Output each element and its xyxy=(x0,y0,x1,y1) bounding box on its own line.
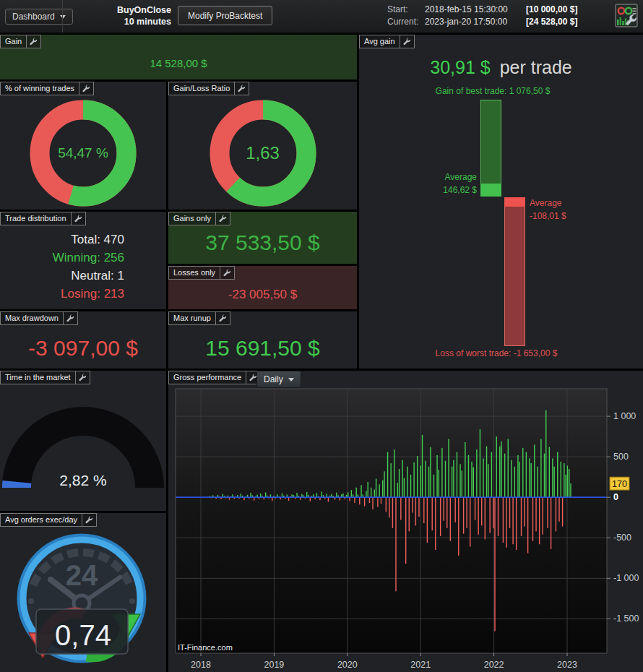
avg-orders-panel: Avg orders exec/day 24 0,74 xyxy=(0,513,166,672)
time-in-market-value: 2,82 % xyxy=(0,472,166,489)
losses-only-value: -23 005,50 $ xyxy=(168,288,357,302)
svg-text:2022: 2022 xyxy=(484,660,504,670)
wrench-icon[interactable] xyxy=(75,371,90,384)
avg-gain-suffix: per trade xyxy=(500,57,572,77)
wrench-icon[interactable] xyxy=(63,312,77,324)
backtest-report-icon[interactable] xyxy=(615,4,639,28)
panel-title: % of winning trades xyxy=(1,82,79,95)
avg-gain-value: 30,91 $ xyxy=(430,57,490,77)
current-label: Current: xyxy=(387,16,425,28)
winning-trades-donut: 54,47 % xyxy=(29,99,137,207)
gain-panel: Gain 14 528,00 $ xyxy=(0,35,357,79)
gauge-dial-label: 24 xyxy=(66,559,98,591)
gain-loss-ratio-value: 1,63 xyxy=(209,99,317,207)
avg-gain-best-bar xyxy=(480,100,501,197)
trade-distribution-row: Neutral: 1 xyxy=(0,267,166,285)
worst-trade-label: Loss of worst trade: -1 653,00 $ xyxy=(359,348,634,358)
wrench-icon[interactable] xyxy=(71,212,85,225)
best-trade-label: Gain of best trade: 1 076,50 $ xyxy=(359,86,626,96)
svg-text:0: 0 xyxy=(613,492,618,502)
trade-distribution-panel: Trade distribution Total: 470Winning: 25… xyxy=(0,212,166,309)
panel-title: Max runup xyxy=(169,312,215,324)
svg-text:170: 170 xyxy=(612,479,627,489)
panel-title: Avg orders exec/day xyxy=(1,514,82,526)
svg-text:IT-Finance.com: IT-Finance.com xyxy=(178,643,233,652)
time-in-market-gauge xyxy=(0,371,166,511)
max-drawdown-value: -3 097,00 $ xyxy=(0,336,166,361)
avg-gain-loss-segment xyxy=(504,197,525,207)
period-label: Daily xyxy=(264,374,283,384)
avg-gain-average-segment xyxy=(480,184,501,197)
svg-text:-500: -500 xyxy=(613,533,631,543)
winning-trades-value: 54,47 % xyxy=(29,99,137,207)
chevron-down-icon xyxy=(288,378,294,382)
gross-performance-panel: Gross performance Daily 1 0005000-500-1 … xyxy=(168,371,643,672)
panel-title: Avg gain xyxy=(360,35,400,48)
wrench-icon[interactable] xyxy=(234,82,249,95)
gain-value: 14 528,00 $ xyxy=(0,57,357,69)
svg-text:2023: 2023 xyxy=(557,660,577,670)
panel-title: Max drawdown xyxy=(1,312,63,324)
header: Dashboard BuyOnClose 10 minutes Modify P… xyxy=(0,0,643,34)
instrument-info: BuyOnClose 10 minutes xyxy=(69,4,171,27)
avg-gain-worst-bar xyxy=(504,197,525,346)
avg-gain-headline: 30,91 $ per trade xyxy=(359,57,643,78)
panel-title: Gains only xyxy=(169,212,215,225)
wrench-icon[interactable] xyxy=(400,35,414,48)
avg-gain-panel: Avg gain 30,91 $ per trade Gain of best … xyxy=(359,35,643,369)
avg-win-value: 146,62 $ xyxy=(443,185,477,195)
trade-distribution-row: Losing: 213 xyxy=(0,285,166,303)
svg-text:-1 500: -1 500 xyxy=(613,613,639,624)
panel-title: Trade distribution xyxy=(1,212,71,225)
dashboard-label: Dashboard xyxy=(12,12,55,22)
panel-title: Gain xyxy=(1,35,26,48)
svg-text:1 000: 1 000 xyxy=(613,411,636,421)
backtest-range: Start: 2018-feb-15 15:30:00 [10 000,00 $… xyxy=(387,4,577,28)
svg-text:500: 500 xyxy=(613,452,629,462)
backtest-dashboard: Dashboard BuyOnClose 10 minutes Modify P… xyxy=(0,0,643,672)
instrument-timeframe: 10 minutes xyxy=(69,16,171,27)
svg-text:2019: 2019 xyxy=(264,660,284,670)
max-runup-value: 15 691,50 $ xyxy=(168,336,357,361)
wrench-icon[interactable] xyxy=(215,212,230,225)
svg-text:-1 000: -1 000 xyxy=(613,573,639,583)
avg-loss-value: -108,01 $ xyxy=(530,211,566,221)
start-datetime: 2018-feb-15 15:30:00 xyxy=(425,4,526,16)
start-label: Start: xyxy=(387,4,425,16)
current-datetime: 2023-jan-20 17:50:00 xyxy=(425,16,526,28)
avg-win-label: Average xyxy=(445,172,477,182)
gain-loss-ratio-donut: 1,63 xyxy=(209,99,317,207)
panel-title: Time in the market xyxy=(1,371,75,384)
max-runup-panel: Max runup 15 691,50 $ xyxy=(168,311,357,369)
period-dropdown[interactable]: Daily xyxy=(256,371,301,388)
wrench-icon[interactable] xyxy=(79,82,93,95)
panel-title: Gross performance xyxy=(169,371,246,384)
header-divider xyxy=(62,0,63,33)
avg-loss-label: Average xyxy=(530,198,561,208)
svg-text:2021: 2021 xyxy=(410,660,431,670)
trade-distribution-list: Total: 470Winning: 256Neutral: 1Losing: … xyxy=(0,231,166,303)
start-capital: [10 000,00 $] xyxy=(526,4,577,16)
svg-text:2020: 2020 xyxy=(337,660,358,670)
instrument-name: BuyOnClose xyxy=(69,4,171,16)
gains-only-panel: Gains only 37 533,50 $ xyxy=(168,212,357,264)
modify-probacktest-button[interactable]: Modify ProBacktest xyxy=(178,6,272,25)
gross-performance-chart[interactable]: 1 0005000-500-1 000-1 500170201820192020… xyxy=(168,371,643,672)
current-capital: [24 528,00 $] xyxy=(526,16,577,28)
winning-trades-panel: % of winning trades 54,47 % xyxy=(0,82,166,210)
panel-title: Losses only xyxy=(169,267,220,279)
time-in-market-panel: Time in the market 2,82 % xyxy=(0,371,166,511)
gain-loss-ratio-panel: Gain/Loss Ratio 1,63 xyxy=(168,82,357,210)
trade-distribution-row: Total: 470 xyxy=(0,231,166,249)
trade-distribution-row: Winning: 256 xyxy=(0,249,166,267)
losses-only-panel: Losses only -23 005,50 $ xyxy=(168,266,357,309)
max-drawdown-panel: Max drawdown -3 097,00 $ xyxy=(0,311,166,369)
avg-orders-value: 0,74 xyxy=(0,619,166,652)
wrench-icon[interactable] xyxy=(26,35,40,48)
svg-text:2018: 2018 xyxy=(191,660,211,670)
panel-title: Gain/Loss Ratio xyxy=(169,82,234,95)
wrench-icon[interactable] xyxy=(82,514,96,526)
wrench-icon[interactable] xyxy=(215,312,230,324)
gains-only-value: 37 533,50 $ xyxy=(168,231,357,255)
wrench-icon[interactable] xyxy=(220,267,234,279)
